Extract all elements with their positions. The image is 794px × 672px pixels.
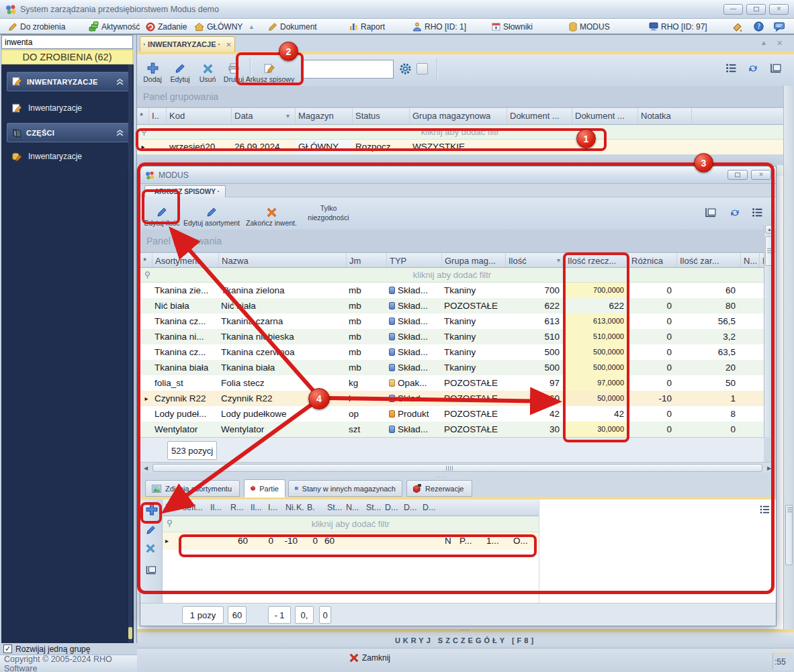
- list-settings-icon[interactable]: [752, 207, 764, 218]
- modal-grid-vscrollbar[interactable]: ▲: [764, 224, 775, 437]
- column-header-sorted[interactable]: Data ▾: [232, 108, 296, 124]
- column-header[interactable]: Różnica: [629, 253, 677, 268]
- main-vertical-scrollbar[interactable]: [783, 86, 794, 629]
- menu-item-rho-1[interactable]: RHO [ID: 1]: [410, 20, 469, 33]
- subgrid-column-header[interactable]: St...: [327, 499, 346, 516]
- toolbar-search-input[interactable]: [301, 60, 394, 79]
- edit-quantity-button[interactable]: Edytuj ilość: [144, 200, 179, 227]
- add-row-button[interactable]: [146, 503, 158, 516]
- gear-icon[interactable]: [399, 62, 412, 75]
- list-settings-icon[interactable]: [725, 63, 738, 73]
- menu-item-rho-97[interactable]: RHO [ID: 97]: [646, 20, 710, 33]
- column-header[interactable]: Ilość zar...: [677, 253, 741, 268]
- column-header[interactable]: Kod: [167, 108, 232, 124]
- sidebar-scrollbar[interactable]: [128, 64, 132, 643]
- tab-zdjecia-asortymentu[interactable]: Zdjęcia asortymentu: [145, 480, 240, 497]
- menu-item-aktywnosc[interactable]: Aktywność: [86, 20, 142, 33]
- menu-item-do-zrobienia[interactable]: Do zrobienia: [5, 20, 68, 33]
- menu-item-dokument[interactable]: Dokument: [265, 20, 320, 33]
- subgrid-row-selected[interactable]: ▸600-10060NP...1...O...: [163, 532, 539, 550]
- column-header[interactable]: Nazwa: [219, 253, 347, 268]
- column-header-sorted[interactable]: Ilość ▾: [506, 253, 565, 268]
- modal-grid-row[interactable]: Lody pudeł...Lody pudełkoweopProduktPOZO…: [140, 406, 764, 422]
- subgrid-column-header[interactable]: Il...: [251, 499, 268, 516]
- column-header[interactable]: Status: [353, 108, 410, 124]
- column-header[interactable]: I..: [149, 108, 167, 124]
- column-header-marker[interactable]: *: [137, 108, 149, 124]
- column-header[interactable]: TYP: [387, 253, 442, 268]
- subgrid-column-header[interactable]: B.: [307, 499, 327, 516]
- tabs-close-icon[interactable]: ✕: [777, 39, 783, 48]
- nav-item-inwentaryzacje-2[interactable]: Inwentaryzacje: [12, 148, 130, 165]
- tab-close-icon[interactable]: ✕: [226, 41, 231, 48]
- menu-item-raport[interactable]: Raport: [347, 20, 388, 33]
- subgrid-column-header[interactable]: K.: [296, 499, 307, 516]
- column-header[interactable]: Grupa mag...: [442, 253, 506, 268]
- modal-titlebar[interactable]: MODUS ✕: [140, 166, 776, 184]
- tab-rezerwacje[interactable]: Rezerwacje: [406, 480, 472, 497]
- column-width-icon[interactable]: [770, 63, 782, 73]
- column-header[interactable]: Ilość rzecz...: [565, 253, 629, 268]
- column-header[interactable]: Dokument ...: [507, 108, 572, 124]
- edit-row-button[interactable]: [146, 525, 156, 535]
- add-button[interactable]: Dodaj: [140, 56, 165, 83]
- close-view-button[interactable]: Zamknij: [349, 653, 390, 663]
- minimize-button[interactable]: —: [723, 4, 743, 15]
- modal-grid-row[interactable]: ▸Czynnik R22Czynnik R22lSkład...POZOSTAŁ…: [140, 391, 764, 406]
- subgrid-column-header[interactable]: Il...: [210, 499, 230, 516]
- tab-stany-w-innych-magazynach[interactable]: Stany w innych magazynach: [288, 480, 402, 497]
- menu-item-zadanie[interactable]: Zadanie: [143, 20, 189, 33]
- modal-close-button[interactable]: ✕: [751, 170, 771, 180]
- chevron-up-icon[interactable]: ▲: [246, 20, 257, 33]
- checkbox-checked[interactable]: ✓: [3, 644, 12, 653]
- modal-grid-row[interactable]: Nić białaNić białambSkład...POZOSTAŁE622…: [140, 298, 764, 314]
- nav-item-inwentaryzacje-1[interactable]: Inwentaryzacje: [12, 99, 130, 117]
- nav-group-inwentaryzacje[interactable]: INWENTARYZACJE: [7, 72, 129, 91]
- menu-item-modus[interactable]: MODUS: [566, 20, 613, 33]
- only-differences-button[interactable]: Tylko niezgodności: [302, 200, 355, 227]
- subgrid-column-header[interactable]: Il...: [191, 499, 210, 516]
- square-toggle-button[interactable]: [416, 63, 428, 75]
- modal-grid-row[interactable]: Tkanina białaTkanina białambSkład...Tkan…: [140, 360, 764, 375]
- delete-row-button[interactable]: [146, 544, 155, 553]
- list-settings-icon[interactable]: [760, 505, 770, 514]
- modal-grid-row[interactable]: Tkanina cz...Tkanina czarnambSkład...Tka…: [140, 314, 764, 329]
- refresh-icon[interactable]: [729, 207, 741, 219]
- hide-details-bar[interactable]: ···· UKRYJ SZCZEGÓŁY [F8]: [137, 632, 794, 649]
- column-header[interactable]: Dokument ...: [572, 108, 638, 124]
- modal-grid-row[interactable]: Tkanina cz...Tkanina czerwnoambSkład...T…: [140, 344, 764, 360]
- modal-grid-row[interactable]: Tkanina zie...Tkanina zielonambSkład...T…: [140, 283, 764, 298]
- edit-assortment-button[interactable]: Edytuj asortyment: [182, 200, 241, 227]
- subgrid-column-header[interactable]: Ni...: [285, 499, 296, 516]
- column-header[interactable]: Notatka: [638, 108, 692, 124]
- column-header-marker[interactable]: *: [140, 253, 152, 268]
- subgrid-column-header[interactable]: Nr sery...: [171, 499, 191, 516]
- column-header[interactable]: Magazyn: [296, 108, 353, 124]
- grid-row-selected[interactable]: ▸...wrzesień20...26.09.2024GŁÓWNYRozpocz…: [137, 140, 783, 154]
- subgrid-column-header[interactable]: St...: [366, 499, 385, 516]
- subgrid-column-header[interactable]: D...: [404, 499, 423, 516]
- menu-item-slowniki[interactable]: Słowniki: [489, 20, 535, 33]
- subgrid-filter-row[interactable]: kliknij aby dodać filtr: [163, 516, 539, 532]
- tab-arkusz-spisowy[interactable]: · ARKUSZ SPISOWY ·: [144, 185, 226, 197]
- modal-grid-hscrollbar[interactable]: ◀ ▶: [140, 462, 775, 473]
- delete-button[interactable]: Usuń: [196, 56, 219, 83]
- refresh-icon[interactable]: [747, 62, 759, 75]
- subgrid-column-header[interactable]: D...: [385, 499, 404, 516]
- sidebar-search-input[interactable]: [1, 35, 133, 49]
- edit-button[interactable]: Edytuj: [167, 56, 193, 83]
- modal-grid-row[interactable]: folia_stFolia steczkgOpak...POZOSTAŁE979…: [140, 375, 764, 391]
- grid-filter-row[interactable]: kliknij aby dodać filtr: [137, 125, 783, 140]
- column-header-marker[interactable]: *: [163, 503, 171, 510]
- todo-header[interactable]: DO ZROBIENIA (62): [1, 50, 133, 64]
- help-icon[interactable]: ?: [751, 20, 766, 33]
- column-header[interactable]: Asortyment: [152, 253, 219, 268]
- column-width-icon[interactable]: [705, 207, 717, 218]
- modal-grouping-panel[interactable]: Panel grupowania: [140, 230, 776, 252]
- nav-group-czesci[interactable]: CZĘŚCI: [7, 123, 129, 142]
- column-header[interactable]: N...: [741, 253, 760, 268]
- arkusz-spisowy-button[interactable]: Arkusz spisowy: [239, 56, 301, 83]
- tab-inwentaryzacje[interactable]: · INWENTARYZACJE · ✕: [140, 36, 235, 52]
- chat-icon[interactable]: [771, 20, 787, 33]
- column-header[interactable]: Jm: [347, 253, 387, 268]
